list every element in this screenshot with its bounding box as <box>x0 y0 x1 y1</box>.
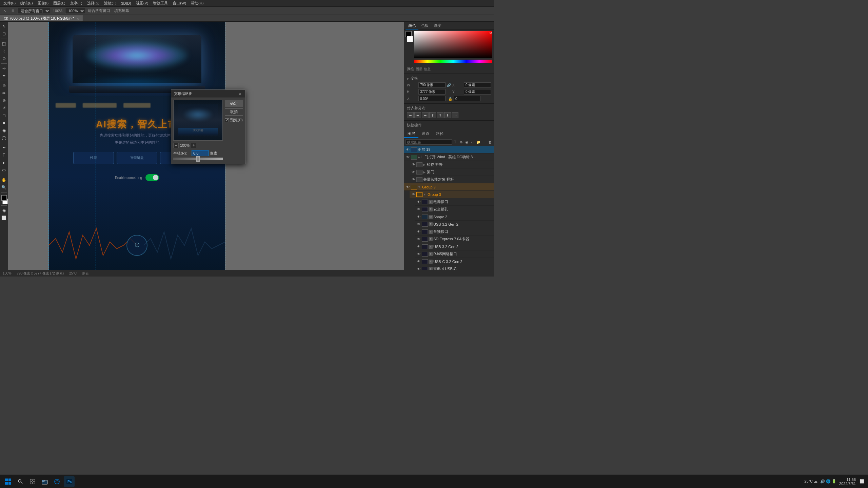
hand-tool[interactable]: ✋ <box>1 177 7 183</box>
layer-vis-shutter[interactable]: 👁 <box>411 162 416 167</box>
tool-options-btn[interactable]: ⊞ <box>9 7 16 14</box>
background-swatch[interactable] <box>407 36 413 42</box>
canvas-area[interactable]: AI搜索，智久上市 先进搜索功能和更好的性能，更好的游戏体验 更先进的系统和更好… <box>8 22 404 270</box>
link-icon[interactable]: 🔗 <box>447 83 451 87</box>
quick-mask-btn[interactable]: ◉ <box>1 207 7 214</box>
layer-item-security[interactable]: 👁 T 安全锁孔 <box>415 206 494 213</box>
distribute-btn[interactable]: ⋯ <box>452 112 458 118</box>
menu-text[interactable]: 文字(T) <box>68 0 84 6</box>
tab-color[interactable]: 颜色 <box>406 22 418 29</box>
lasso-tool[interactable]: ⌇ <box>1 48 7 55</box>
layer-item-sdexpress[interactable]: 👁 T SD Express 7.0&卡器 <box>415 236 494 243</box>
dialog-cancel-btn[interactable]: 取消 <box>225 108 243 116</box>
layer-item-shutter[interactable]: 👁 ▶ 植物 拦杆 <box>410 161 494 168</box>
layer-vis-usbc32[interactable]: 👁 <box>416 259 421 264</box>
layer-item-group-outer[interactable]: 👁 ▶ L 门打开 Wind...英雄 DC动圻 3... <box>404 154 494 161</box>
layer-item-door[interactable]: 👁 ▶ 架门 <box>410 168 494 176</box>
align-vcenter-btn[interactable]: ⬍ <box>437 112 443 118</box>
eyedropper-tool[interactable]: ✒ <box>1 73 7 79</box>
shape-tool[interactable]: ▭ <box>1 167 7 174</box>
y-input[interactable] <box>464 89 491 95</box>
delete-layer-btn[interactable]: 🗑 <box>487 139 492 145</box>
layer-item-rj45[interactable]: 👁 T RJ45网络接口 <box>415 250 494 258</box>
menu-window[interactable]: 窗口(W) <box>171 0 188 6</box>
gradient-tool[interactable]: ■ <box>1 120 7 126</box>
type-tool[interactable]: T <box>1 152 7 159</box>
rotation-input[interactable] <box>418 96 446 101</box>
tab-swatches[interactable]: 色板 <box>418 22 431 29</box>
spot-heal-tool[interactable]: ⊕ <box>1 82 7 89</box>
layer-vis-door[interactable]: 👁 <box>411 170 416 175</box>
foreground-color[interactable] <box>1 195 7 201</box>
layer-vis-shape2[interactable]: 👁 <box>416 215 421 219</box>
align-hcenter-btn[interactable]: ⬌ <box>414 112 421 118</box>
layer-vis-rj45[interactable]: 👁 <box>416 252 421 257</box>
new-group-btn[interactable]: 📁 <box>476 139 481 145</box>
marquee-tool[interactable]: ⬚ <box>1 40 7 47</box>
pen-tool[interactable]: ✒ <box>1 144 7 151</box>
color-gradient-box[interactable] <box>414 31 492 58</box>
align-top-btn[interactable]: ⬆ <box>429 112 436 118</box>
quick-select-tool[interactable]: ⊙ <box>1 55 7 62</box>
layer-vis-19[interactable]: 👁 <box>406 147 410 152</box>
menu-plugins[interactable]: 增效工具 <box>151 0 170 6</box>
layer-item-usb32[interactable]: 👁 T USB 3.2 Gen 2 <box>415 221 494 228</box>
menu-view[interactable]: 视图(V) <box>134 0 151 6</box>
layer-vis-usb32b[interactable]: 👁 <box>416 244 421 249</box>
dialog-slider-handle[interactable] <box>196 156 200 162</box>
blur-tool[interactable]: ◉ <box>1 127 7 134</box>
brush-tool[interactable]: ✏ <box>1 90 7 97</box>
properties-tab-info[interactable]: 信息 <box>424 67 431 72</box>
filter-shape-btn[interactable]: ▭ <box>470 139 475 145</box>
layer-item-19[interactable]: 👁 图层 19 <box>404 146 494 154</box>
dialog-feather[interactable]: 宽形缩略图 × 预览内容 <box>171 89 245 164</box>
layer-item-group3[interactable]: 👁 ▼ Group 3 <box>410 191 494 198</box>
layer-vis-sdexpress[interactable]: 👁 <box>416 237 421 242</box>
x-input[interactable] <box>464 82 491 88</box>
w-input[interactable] <box>418 82 446 88</box>
color-hue-bar[interactable] <box>414 60 492 63</box>
zoom-select[interactable]: 100% <box>65 8 85 14</box>
h-input[interactable] <box>418 89 446 95</box>
layer-vis-usbc[interactable]: 👁 <box>416 267 421 270</box>
dialog-zoom-out-btn[interactable]: − <box>173 143 179 148</box>
menu-edit[interactable]: 编辑(E) <box>18 0 35 6</box>
move-tool[interactable]: ↖ <box>1 23 7 30</box>
clone-tool[interactable]: ⊗ <box>1 97 7 104</box>
dialog-close-btn[interactable]: × <box>238 92 242 96</box>
layer-vis-power[interactable]: 👁 <box>416 200 421 204</box>
menu-3d[interactable]: 3D(D) <box>119 1 133 6</box>
menu-file[interactable]: 文件(F) <box>1 0 18 6</box>
layer-item-audio[interactable]: 👁 T 音频接口 <box>415 228 494 236</box>
dialog-preview-checkbox[interactable]: ✓ <box>225 118 229 122</box>
layer-item-smart[interactable]: 👁 矢量智能对象 拦杆 <box>410 176 494 183</box>
align-right-btn[interactable]: ➡ <box>422 112 429 118</box>
layers-search-input[interactable] <box>406 139 452 145</box>
layer-vis-smart[interactable]: 👁 <box>411 177 416 182</box>
zoom-tool[interactable]: 🔍 <box>1 184 7 191</box>
menu-select[interactable]: 选择(S) <box>85 0 102 6</box>
doc-tab[interactable]: (3) 7600.psd @ 100% (图层 19, RGB/8#) * × <box>0 15 83 21</box>
properties-tab-appear[interactable]: 图层 <box>416 67 422 72</box>
dialog-radius-input[interactable] <box>192 150 209 156</box>
layer-vis-security[interactable]: 👁 <box>416 207 421 212</box>
path-select-tool[interactable]: ▸ <box>1 159 7 166</box>
layer-item-power[interactable]: 👁 T 电源接口 <box>415 198 494 206</box>
shear-input[interactable] <box>454 96 481 101</box>
layers-tab-channels[interactable]: 通道 <box>418 130 433 138</box>
crop-tool[interactable]: ⊹ <box>1 65 7 72</box>
layer-vis-usb32[interactable]: 👁 <box>416 222 421 227</box>
menu-layer[interactable]: 图层(L) <box>51 0 67 6</box>
filter-adj-btn[interactable]: ⊕ <box>458 139 463 145</box>
filter-smart-btn[interactable]: ◉ <box>464 139 469 145</box>
layer-vis-group9[interactable]: 👁 <box>406 185 410 189</box>
layers-tab-layers[interactable]: 图层 <box>404 130 418 138</box>
doc-tab-close[interactable]: × <box>77 17 79 21</box>
layer-item-usbc32[interactable]: 👁 T USB-C 3.2 Gen 2 <box>415 258 494 265</box>
history-brush-tool[interactable]: ↺ <box>1 105 7 111</box>
workspace-select[interactable]: 适合所有窗口 <box>18 8 50 14</box>
layer-item-usb32b[interactable]: 👁 T USB 3.2 Gen 2 <box>415 243 494 250</box>
dialog-zoom-in-btn[interactable]: + <box>191 143 196 148</box>
layer-vis-group3[interactable]: 👁 <box>411 192 416 197</box>
rotation-lock[interactable]: 🔒 <box>448 97 452 101</box>
